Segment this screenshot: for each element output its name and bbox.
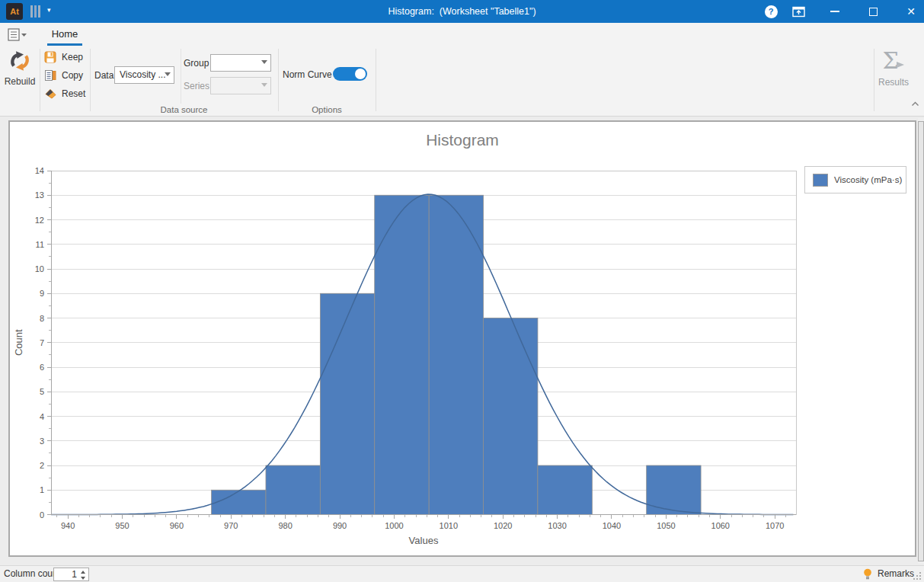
ribbon: Home Rebuild Keep Copy bbox=[0, 23, 924, 117]
vertical-scrollbar[interactable] bbox=[918, 118, 924, 564]
resize-grip[interactable] bbox=[913, 572, 921, 580]
group-label: Group bbox=[184, 58, 209, 69]
scrollbar-thumb[interactable] bbox=[918, 121, 924, 561]
data-label: Data bbox=[94, 70, 114, 81]
svg-text:14: 14 bbox=[35, 166, 44, 175]
svg-text:2: 2 bbox=[40, 461, 44, 470]
svg-text:1020: 1020 bbox=[494, 521, 512, 530]
group-combobox[interactable] bbox=[210, 54, 271, 72]
legend-swatch bbox=[813, 174, 828, 187]
collapse-ribbon-button[interactable] bbox=[911, 98, 919, 109]
column-count-spinner[interactable]: 1 bbox=[53, 568, 89, 581]
copy-icon bbox=[44, 69, 56, 82]
svg-text:4: 4 bbox=[40, 412, 44, 421]
sigma-icon: Σ bbox=[874, 48, 913, 74]
svg-text:970: 970 bbox=[224, 521, 238, 530]
app-menu-button[interactable] bbox=[8, 28, 27, 44]
svg-text:6: 6 bbox=[40, 363, 44, 372]
svg-text:13: 13 bbox=[35, 190, 44, 200]
column-count-value: 1 bbox=[54, 568, 77, 580]
series-combobox bbox=[210, 77, 271, 94]
svg-text:1070: 1070 bbox=[766, 521, 784, 530]
histogram-plot: 0123456789101112131494095096097098099010… bbox=[10, 122, 915, 555]
svg-text:1000: 1000 bbox=[385, 521, 403, 530]
chevron-down-icon bbox=[165, 72, 171, 76]
svg-text:940: 940 bbox=[61, 521, 75, 530]
svg-text:1040: 1040 bbox=[603, 521, 621, 530]
svg-text:8: 8 bbox=[40, 314, 44, 323]
close-button[interactable]: ✕ bbox=[901, 0, 921, 23]
data-combobox[interactable]: Viscosity ... bbox=[114, 66, 174, 84]
rebuild-icon bbox=[8, 50, 32, 72]
spinner-down-button[interactable] bbox=[78, 575, 88, 581]
chevron-down-icon bbox=[261, 83, 267, 87]
reset-label: Reset bbox=[62, 88, 85, 99]
dock-window-icon bbox=[792, 6, 805, 18]
svg-text:1060: 1060 bbox=[711, 521, 730, 530]
norm-curve-label: Norm Curve bbox=[283, 69, 332, 80]
data-combobox-value: Viscosity ... bbox=[120, 67, 165, 83]
svg-text:950: 950 bbox=[115, 521, 129, 530]
minimize-icon bbox=[830, 11, 839, 12]
maximize-icon bbox=[869, 8, 878, 16]
app-menu-icon bbox=[8, 28, 27, 42]
help-button[interactable]: ? bbox=[761, 0, 781, 23]
svg-text:10: 10 bbox=[35, 264, 44, 273]
svg-text:1010: 1010 bbox=[440, 521, 458, 530]
spinner-up-button[interactable] bbox=[78, 569, 88, 575]
legend-box[interactable]: Viscosity (mPa·s) bbox=[804, 166, 906, 193]
svg-text:1: 1 bbox=[40, 485, 44, 494]
norm-curve-toggle[interactable] bbox=[333, 67, 367, 81]
remarks-bulb[interactable] bbox=[863, 568, 872, 582]
lightbulb-icon bbox=[863, 568, 872, 580]
series-label: Series bbox=[184, 81, 209, 91]
copy-label: Copy bbox=[62, 70, 83, 81]
svg-text:1050: 1050 bbox=[657, 521, 675, 530]
reset-button[interactable]: Reset bbox=[44, 85, 85, 102]
group-label-options: Options bbox=[278, 105, 376, 116]
ribbon-separator bbox=[181, 49, 181, 104]
maximize-button[interactable] bbox=[863, 0, 883, 23]
legend-label: Viscosity (mPa·s) bbox=[834, 167, 902, 193]
chevron-up-icon bbox=[911, 101, 919, 107]
status-bar: Column count 1 Remarks bbox=[0, 565, 924, 582]
help-icon: ? bbox=[765, 5, 778, 18]
copy-button[interactable]: Copy bbox=[44, 67, 83, 84]
ribbon-separator bbox=[376, 49, 376, 111]
svg-text:Values: Values bbox=[409, 535, 439, 546]
svg-text:0: 0 bbox=[40, 510, 44, 520]
keep-label: Keep bbox=[62, 52, 83, 62]
svg-text:Count: Count bbox=[13, 329, 24, 356]
dock-window-button[interactable] bbox=[788, 0, 808, 23]
svg-text:990: 990 bbox=[333, 521, 347, 530]
spinner-down-icon bbox=[81, 577, 85, 580]
keep-button[interactable]: Keep bbox=[44, 49, 83, 66]
svg-text:980: 980 bbox=[278, 521, 292, 530]
tab-home[interactable]: Home bbox=[47, 25, 82, 46]
save-icon bbox=[44, 51, 56, 63]
remarks-label[interactable]: Remarks bbox=[878, 566, 914, 582]
arrow-right-icon bbox=[896, 61, 905, 69]
report-area: Histogram 012345678910111213149409509609… bbox=[0, 117, 924, 565]
ribbon-separator bbox=[90, 49, 91, 111]
svg-text:1030: 1030 bbox=[548, 521, 566, 530]
group-label-data-source: Data source bbox=[90, 105, 278, 116]
svg-text:12: 12 bbox=[35, 216, 44, 225]
svg-text:9: 9 bbox=[40, 289, 44, 298]
spinner-up-icon bbox=[81, 571, 85, 574]
svg-text:3: 3 bbox=[40, 437, 44, 446]
rebuild-button[interactable]: Rebuild bbox=[2, 48, 38, 112]
minimize-button[interactable] bbox=[825, 0, 845, 23]
svg-text:11: 11 bbox=[36, 240, 44, 249]
svg-text:960: 960 bbox=[170, 521, 184, 530]
svg-text:7: 7 bbox=[40, 338, 44, 347]
results-label: Results bbox=[874, 77, 913, 88]
ribbon-separator bbox=[278, 49, 279, 111]
svg-text:5: 5 bbox=[40, 387, 44, 396]
report-page: Histogram 012345678910111213149409509609… bbox=[8, 120, 916, 557]
chevron-down-icon bbox=[261, 60, 267, 64]
ribbon-separator bbox=[40, 49, 40, 111]
rebuild-label: Rebuild bbox=[2, 76, 38, 87]
close-icon: ✕ bbox=[906, 5, 916, 18]
toggle-knob-icon bbox=[355, 69, 366, 79]
